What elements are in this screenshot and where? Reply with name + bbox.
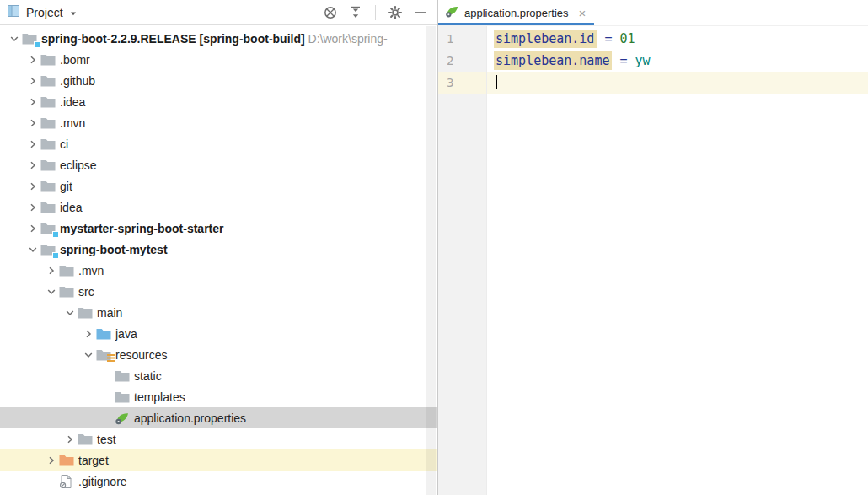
tree-item-spring-boot-2-2-9-release[interactable]: spring-boot-2.2.9.RELEASE [spring-boot-b… [0,28,437,49]
chevron-down-icon[interactable] [81,348,96,362]
chevron-down-icon[interactable] [25,243,40,256]
indent-spacer [99,412,115,425]
chevron-right-icon[interactable] [25,180,40,193]
tree-item-mvn[interactable]: .mvn [0,112,437,133]
tree-item-label: idea [60,201,82,214]
folder-icon [40,179,57,194]
module-qualifier: [spring-boot-build] [196,32,305,46]
chevron-right-icon[interactable] [25,74,40,88]
line-number: 3 [438,72,486,94]
folder-icon [40,116,57,131]
locate-icon[interactable] [322,4,339,21]
tree-item-idea[interactable]: .idea [0,91,437,112]
tree-item-spring-boot-mytest[interactable]: spring-boot-mytest [0,239,437,260]
chevron-right-icon[interactable] [44,264,59,277]
chevron-right-icon[interactable] [25,222,40,235]
tree-item-eclipse[interactable]: eclipse [0,154,437,175]
tree-item-label: src [78,285,94,299]
code-token: = [620,53,635,68]
project-pane-title: Project [26,6,63,19]
tree-item-label: resources [115,348,167,362]
editor-pane: application.properties × 123 simplebean.… [438,0,868,495]
tab-application-properties[interactable]: application.properties × [438,0,594,25]
chevron-right-icon[interactable] [25,137,40,151]
folder-icon [40,137,57,152]
tree-item-label: spring-boot-2.2.9.RELEASE [41,32,196,46]
text-caret [496,75,497,89]
project-path: D:\work\spring- [305,32,388,46]
tree-item-target[interactable]: target [0,449,437,471]
folder-icon [40,73,57,89]
tree-item-label: main [97,306,122,320]
property-value: 01 [620,31,635,46]
folder-icon [40,200,57,215]
project-view-selector[interactable]: Project [7,4,78,21]
chevron-right-icon[interactable] [62,433,78,446]
project-tool-window-icon [7,4,20,21]
project-tree: spring-boot-2.2.9.RELEASE [spring-boot-b… [0,26,437,495]
tree-item-idea[interactable]: idea [0,196,437,218]
settings-icon[interactable] [387,4,404,21]
tree-item-gitignore[interactable]: .gitignore [0,471,437,492]
folder-icon [59,284,76,299]
folder-icon [78,305,94,320]
editor-gutter: 123 [438,26,487,495]
chevron-right-icon[interactable] [25,201,40,214]
spring-boot-icon [445,4,459,22]
gitignore-file-icon [59,474,76,489]
chevron-right-icon[interactable] [44,454,59,467]
tree-item-mystarter-spring-boot-starter[interactable]: mystarter-spring-boot-starter [0,218,437,239]
tree-item-src[interactable]: src [0,281,437,302]
project-pane-toolbar [322,4,429,21]
tree-item-java[interactable]: java [0,323,437,344]
code-line[interactable] [487,72,868,94]
resources-folder-icon [96,347,113,363]
chevron-right-icon[interactable] [25,159,40,172]
tree-item-templates[interactable]: templates [0,386,437,407]
chevron-down-icon[interactable] [62,306,78,320]
tree-item-git[interactable]: git [0,175,437,196]
tree-item-main[interactable]: main [0,302,437,323]
tree-item-ci[interactable]: ci [0,133,437,154]
tree-item-label: .gitignore [78,475,127,488]
target-folder-icon [59,453,76,468]
chevron-right-icon[interactable] [25,116,40,130]
folder-icon [40,52,57,67]
property-key: simplebean.name [494,51,612,70]
tree-item-mvn[interactable]: .mvn [0,260,437,281]
chevron-right-icon[interactable] [81,327,96,341]
chevron-down-icon[interactable] [7,32,22,46]
property-key: simplebean.id [494,30,597,48]
module-folder-icon [40,221,57,236]
tree-item-label: .bomr [60,53,90,67]
tree-scrollbar[interactable] [426,26,436,495]
tree-item-resources[interactable]: resources [0,344,437,365]
hide-panel-icon[interactable] [412,4,429,21]
tree-item-application-properties[interactable]: application.properties [0,407,437,428]
toolbar-separator [375,5,376,20]
chevron-down-icon [69,5,78,20]
chevron-right-icon[interactable] [25,53,40,67]
tree-item-test[interactable]: test [0,428,437,449]
tree-item-label: java [115,327,137,341]
collapse-all-icon[interactable] [347,4,364,21]
close-icon[interactable]: × [579,7,587,19]
chevron-right-icon[interactable] [25,95,40,109]
tree-item-label: .github [60,74,95,88]
editor-body: 123 simplebean.id = 01simplebean.name = … [438,26,868,495]
code-editor[interactable]: simplebean.id = 01simplebean.name = yw [487,26,868,495]
code-line[interactable]: simplebean.id = 01 [487,28,868,50]
tree-item-static[interactable]: static [0,365,437,386]
tree-item-label: target [78,454,109,467]
ide-window: Project spring-boot-2.2.9.RELEASE [sprin… [0,0,868,495]
indent-spacer [99,390,115,404]
tree-item-bomr[interactable]: .bomr [0,49,437,70]
code-token [612,53,619,68]
code-line[interactable]: simplebean.name = yw [487,50,868,72]
tree-item-label: ci [60,137,68,151]
tree-item-label: application.properties [134,412,246,425]
chevron-down-icon[interactable] [44,285,59,299]
tab-title: application.properties [464,7,569,19]
tree-item-github[interactable]: .github [0,70,437,91]
tree-item-label: templates [134,390,185,404]
